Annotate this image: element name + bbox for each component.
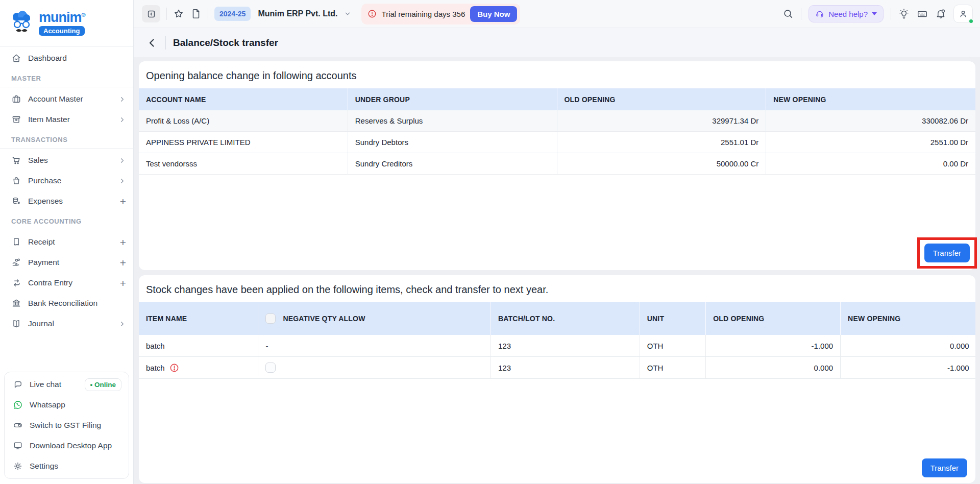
new-opening-cell: -1.000 bbox=[841, 357, 976, 378]
notification-bell-icon[interactable] bbox=[935, 8, 946, 19]
brand-logo[interactable]: munim® Accounting bbox=[0, 0, 133, 47]
plus-icon[interactable]: + bbox=[120, 257, 126, 268]
plus-icon[interactable]: + bbox=[120, 278, 126, 288]
sidebar-item-payment[interactable]: Payment + bbox=[0, 252, 133, 273]
column-header-label: NEGATIVE QTY ALLOW bbox=[283, 314, 365, 323]
sidebar-item-bank-reconciliation[interactable]: Bank Reconciliation bbox=[0, 293, 133, 313]
old-opening-cell: 2551.01 Dr bbox=[557, 132, 767, 153]
sidebar-section-master: MASTER bbox=[0, 68, 133, 87]
sidebar-item-label: Payment bbox=[28, 258, 59, 267]
topbar: 2024-25 Munim ERP Pvt. Ltd. Trial remain… bbox=[134, 0, 980, 28]
batch-lot-cell: 123 bbox=[491, 357, 640, 378]
company-name[interactable]: Munim ERP Pvt. Ltd. bbox=[258, 9, 337, 18]
gear-icon bbox=[13, 461, 23, 471]
sidebar-item-label: Account Master bbox=[28, 94, 83, 104]
column-header-item-name: ITEM NAME bbox=[139, 302, 258, 335]
account-name-cell: APPINESS PRIVATE LIMITED bbox=[139, 132, 348, 153]
transfer-balance-button[interactable]: Transfer bbox=[924, 244, 970, 262]
sidebar-item-switch-gst-filing[interactable]: Switch to GST Filing bbox=[5, 415, 129, 435]
divider bbox=[801, 8, 801, 20]
sidebar-section-core-accounting: CORE ACCOUNTING bbox=[0, 211, 133, 230]
divider bbox=[208, 8, 208, 20]
user-avatar-button[interactable] bbox=[953, 5, 973, 23]
sidebar-item-receipt[interactable]: Receipt + bbox=[0, 232, 133, 252]
sidebar-item-sales[interactable]: Sales bbox=[0, 150, 133, 171]
whats-new-bulb-icon[interactable] bbox=[898, 8, 910, 19]
page-title: Balance/Stock transfer bbox=[173, 37, 278, 49]
stock-card: Stock changes have been applied on the f… bbox=[139, 275, 975, 483]
financial-year-badge[interactable]: 2024-25 bbox=[214, 7, 251, 21]
table-row: batch 123 OTH 0.000 -1.000 bbox=[139, 357, 975, 379]
sidebar-item-expenses[interactable]: Expenses + bbox=[0, 191, 133, 211]
new-opening-cell: 0.000 bbox=[841, 335, 976, 356]
search-icon[interactable] bbox=[782, 8, 794, 19]
sidebar-item-journal[interactable]: Journal bbox=[0, 313, 133, 334]
column-header-old-opening: OLD OPENING bbox=[706, 302, 841, 335]
sidebar-item-label: Receipt bbox=[28, 237, 55, 247]
sidebar-item-contra-entry[interactable]: Contra Entry + bbox=[0, 273, 133, 293]
sidebar-item-live-chat[interactable]: Live chat • Online bbox=[5, 374, 129, 395]
star-icon[interactable] bbox=[173, 8, 184, 19]
sidebar-section-transactions: TRANSACTIONS bbox=[0, 130, 133, 149]
sidebar-item-account-master[interactable]: Account Master bbox=[0, 89, 133, 109]
sidebar-item-purchase[interactable]: Purchase bbox=[0, 171, 133, 191]
sidebar-utility-group: Live chat • Online Whatsapp Switch to GS… bbox=[4, 372, 129, 479]
main-content: Opening balance change in following acco… bbox=[134, 57, 980, 484]
negative-qty-cell bbox=[258, 357, 491, 378]
need-help-button[interactable]: Need help? bbox=[808, 5, 884, 22]
table-row: APPINESS PRIVATE LIMITED Sundry Debtors … bbox=[139, 132, 975, 153]
item-name-label: batch bbox=[146, 364, 165, 372]
transfer-stock-button[interactable]: Transfer bbox=[922, 458, 967, 477]
chevron-down-icon[interactable] bbox=[344, 10, 351, 17]
column-header-new-opening: NEW OPENING bbox=[766, 88, 975, 110]
stock-table: ITEM NAME NEGATIVE QTY ALLOW BATCH/LOT N… bbox=[139, 302, 975, 379]
column-header-new-opening: NEW OPENING bbox=[841, 302, 976, 335]
back-chevron-icon[interactable] bbox=[146, 37, 158, 49]
negative-qty-cell: - bbox=[258, 335, 491, 356]
annotation-highlight-rectangle: Transfer bbox=[917, 237, 977, 269]
sidebar-collapse-button[interactable] bbox=[142, 5, 160, 22]
sidebar-item-label: Contra Entry bbox=[28, 278, 72, 287]
batch-lot-cell: 123 bbox=[491, 335, 640, 356]
chevron-right-icon bbox=[118, 320, 126, 328]
sidebar-item-whatsapp[interactable]: Whatsapp bbox=[5, 395, 129, 415]
table-row: Profit & Loss (A/C) Reserves & Surplus 3… bbox=[139, 110, 975, 132]
trial-remaining-text: Trial remaining days 356 bbox=[382, 10, 465, 18]
sidebar-item-label: Settings bbox=[30, 462, 58, 471]
plus-icon[interactable]: + bbox=[120, 237, 126, 248]
chevron-right-icon bbox=[118, 95, 126, 103]
unit-cell: OTH bbox=[640, 357, 706, 378]
sidebar-item-download-desktop-app[interactable]: Download Desktop App bbox=[5, 435, 129, 456]
online-status-dot bbox=[968, 18, 974, 24]
negative-qty-checkbox[interactable] bbox=[265, 362, 276, 373]
under-group-cell: Sundry Creditors bbox=[348, 153, 557, 174]
item-name-cell: batch bbox=[139, 357, 258, 378]
column-header-account-name: ACCOUNT NAME bbox=[139, 88, 348, 110]
account-name-cell: Test vendorsss bbox=[139, 153, 348, 174]
table-row: Test vendorsss Sundry Creditors 50000.00… bbox=[139, 153, 975, 175]
sidebar-item-dashboard[interactable]: Dashboard bbox=[0, 48, 133, 68]
old-opening-cell: 329971.34 Dr bbox=[557, 110, 767, 131]
document-icon[interactable] bbox=[190, 8, 202, 19]
select-all-checkbox[interactable] bbox=[265, 313, 276, 324]
sidebar-item-label: Bank Reconciliation bbox=[28, 299, 97, 308]
home-icon bbox=[11, 53, 21, 63]
column-header-unit: UNIT bbox=[640, 302, 706, 335]
sidebar-item-label: Item Master bbox=[28, 115, 70, 124]
sidebar-collapse-icon bbox=[146, 9, 156, 19]
keyboard-shortcuts-icon[interactable] bbox=[917, 8, 928, 19]
toggle-icon bbox=[13, 420, 23, 430]
buy-now-button[interactable]: Buy Now bbox=[470, 6, 517, 22]
sidebar-item-item-master[interactable]: Item Master bbox=[0, 109, 133, 130]
sidebar-item-settings[interactable]: Settings bbox=[5, 456, 129, 476]
unit-cell: OTH bbox=[640, 335, 706, 356]
sidebar-nav: Dashboard MASTER Account Master Item Mas… bbox=[0, 47, 133, 369]
headset-icon bbox=[815, 9, 824, 18]
sidebar-item-label: Journal bbox=[28, 319, 54, 328]
plus-icon[interactable]: + bbox=[120, 196, 126, 207]
account-name-cell: Profit & Loss (A/C) bbox=[139, 110, 348, 131]
column-header-negative-qty: NEGATIVE QTY ALLOW bbox=[258, 302, 491, 335]
whatsapp-icon bbox=[13, 400, 23, 410]
person-icon bbox=[958, 9, 968, 19]
under-group-cell: Reserves & Surplus bbox=[348, 110, 557, 131]
